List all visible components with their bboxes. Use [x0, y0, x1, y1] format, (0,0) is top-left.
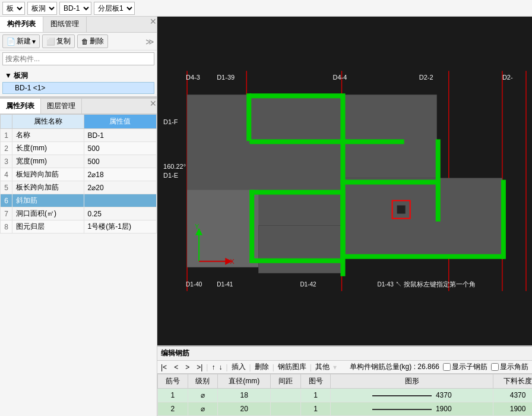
new-dropdown-icon[interactable]: ▾ — [32, 37, 36, 46]
left-top: 构件列表 图纸管理 ✕ 📄 新建 ▾ ⬜ 复制 🗑 删除 — [0, 17, 157, 96]
move-up[interactable]: ↑ — [211, 363, 215, 371]
svg-rect-11 — [258, 226, 341, 273]
rebar-table: 筋号 级别 直径(mm) 间距 图号 图形 下料长度 根数 1 ⌀ 18 1 — [157, 374, 532, 416]
rebar-row[interactable]: 2 ⌀ 20 1 1900 1900 2 — [158, 402, 533, 416]
move-down[interactable]: ↓ — [218, 363, 222, 371]
attr-row[interactable]: 6 斜加筋 — [1, 194, 157, 207]
insert-btn[interactable]: 插入 — [232, 362, 246, 372]
svg-text:D1-E: D1-E — [163, 172, 178, 179]
delete-btn[interactable]: 删除 — [255, 362, 269, 372]
attr-row-num: 7 — [1, 207, 12, 220]
rebar-spacing — [271, 402, 301, 416]
show-sub-rebar-checkbox[interactable] — [443, 363, 451, 371]
attr-panel: 属性列表 图层管理 ✕ 属性名称 属性值 1 名称 BD-1 2 长度( — [0, 99, 157, 416]
attr-row[interactable]: 3 宽度(mm) 500 — [1, 155, 157, 168]
delete-button[interactable]: 🗑 删除 — [77, 34, 108, 48]
tree-group-板洞: ▼ 板洞 BD-1 <1> — [2, 70, 154, 94]
category-select[interactable]: 板 — [2, 2, 25, 15]
attr-row-value[interactable]: 2⌀18 — [84, 168, 156, 181]
attr-row-name: 图元归层 — [12, 220, 84, 234]
tab-drawing-manage[interactable]: 图纸管理 — [43, 17, 87, 32]
copy-button[interactable]: ⬜ 复制 — [42, 34, 75, 48]
rebar-level: ⌀ — [188, 402, 218, 416]
svg-rect-19 — [436, 179, 441, 221]
nav-first[interactable]: |< — [161, 363, 167, 371]
attr-panel-close[interactable]: ✕ — [150, 99, 157, 114]
rebar-fignum: 1 — [300, 402, 331, 416]
tree-group-label[interactable]: ▼ 板洞 — [2, 70, 154, 82]
rebar-row[interactable]: 1 ⌀ 18 1 4370 4370 2 — [158, 389, 533, 402]
svg-rect-14 — [249, 139, 404, 144]
right-panel: Y X D4-3 D1-39 D4-4 D2-2 D2- D1-F — [157, 17, 532, 416]
attr-row-value[interactable]: BD-1 — [84, 129, 156, 142]
attr-row-name: 名称 — [12, 129, 84, 142]
rebar-lib-btn[interactable]: 钢筋图库 — [278, 362, 306, 372]
attr-row-value[interactable] — [84, 194, 156, 207]
attr-row-value[interactable]: 0.25 — [84, 207, 156, 220]
svg-text:↖ 按鼠标左键指定第一个角: ↖ 按鼠标左键指定第一个角 — [395, 281, 476, 288]
svg-text:Y: Y — [195, 223, 200, 230]
attr-col-num — [1, 115, 12, 129]
left-panel: 构件列表 图纸管理 ✕ 📄 新建 ▾ ⬜ 复制 🗑 删除 — [0, 17, 157, 416]
tree-item-bd1[interactable]: BD-1 <1> — [2, 82, 154, 94]
attr-row[interactable]: 8 图元归层 1号楼(第-1层) — [1, 220, 157, 234]
rebar-shape: 1900 — [331, 402, 493, 416]
attr-row[interactable]: 1 名称 BD-1 — [1, 129, 157, 142]
attr-row[interactable]: 4 板短跨向加筋 2⌀18 — [1, 168, 157, 181]
total-weight: 单构件钢筋总量(kg) : 26.866 — [350, 362, 439, 372]
attr-row-name: 宽度(mm) — [12, 155, 84, 168]
attr-row-value[interactable]: 500 — [84, 155, 156, 168]
top-bar: 板 板洞 BD-1 分层板1 — [0, 0, 532, 17]
attr-row-num: 4 — [1, 168, 12, 181]
attr-row[interactable]: 5 板长跨向加筋 2⌀20 — [1, 181, 157, 194]
attr-row[interactable]: 2 长度(mm) 500 — [1, 142, 157, 155]
col-length: 下料长度 — [493, 374, 532, 389]
copy-icon: ⬜ — [46, 37, 55, 46]
tab-component-list[interactable]: 构件列表 — [0, 17, 43, 32]
nav-prev[interactable]: < — [174, 363, 178, 371]
col-level: 级别 — [188, 374, 218, 389]
svg-rect-23 — [249, 190, 254, 261]
rebar-fignum: 1 — [300, 389, 331, 402]
svg-rect-22 — [249, 190, 344, 195]
element-type-select[interactable]: 板洞 — [27, 2, 57, 15]
svg-rect-13 — [246, 93, 251, 141]
attr-row-value[interactable]: 2⌀20 — [84, 181, 156, 194]
canvas-area[interactable]: Y X D4-3 D1-39 D4-4 D2-2 D2- D1-F — [157, 17, 532, 345]
tab-attr-list[interactable]: 属性列表 — [0, 99, 41, 114]
nav-next[interactable]: > — [185, 363, 189, 371]
expand-icon[interactable]: ≫ — [145, 37, 154, 46]
tree-area: ▼ 板洞 BD-1 <1> — [0, 67, 157, 96]
attr-tab-bar: 属性列表 图层管理 ✕ — [0, 99, 157, 114]
attr-row-value[interactable]: 1号楼(第-1层) — [84, 220, 156, 234]
attr-row-num: 6 — [1, 194, 12, 207]
attr-row[interactable]: 7 洞口面积(㎡) 0.25 — [1, 207, 157, 220]
show-corner-rebar-checkbox[interactable] — [491, 363, 499, 371]
rebar-length: 4370 — [493, 389, 532, 402]
nav-last[interactable]: >| — [197, 363, 202, 371]
svg-text:D1-41: D1-41 — [217, 281, 233, 288]
edit-rebar-title: 编辑钢筋 — [161, 348, 189, 358]
layer-select[interactable]: 分层板1 — [94, 2, 135, 15]
new-icon: 📄 — [7, 37, 15, 46]
element-id-select[interactable]: BD-1 — [59, 2, 91, 15]
rebar-table-wrap: 筋号 级别 直径(mm) 间距 图号 图形 下料长度 根数 1 ⌀ 18 1 — [157, 374, 532, 416]
col-spacing: 间距 — [271, 374, 301, 389]
attr-row-name: 长度(mm) — [12, 142, 84, 155]
tab-layer-manage[interactable]: 图层管理 — [41, 99, 82, 114]
other-btn[interactable]: 其他 — [315, 362, 330, 372]
attr-col-name: 属性名称 — [12, 115, 84, 129]
attr-row-value[interactable]: 500 — [84, 142, 156, 155]
delete-icon: 🗑 — [81, 37, 88, 46]
attr-row-num: 2 — [1, 142, 12, 155]
left-panel-close[interactable]: ✕ — [150, 17, 157, 32]
svg-rect-18 — [340, 179, 438, 184]
svg-rect-12 — [249, 93, 341, 98]
new-button[interactable]: 📄 新建 ▾ — [2, 34, 40, 48]
svg-rect-27 — [397, 206, 406, 214]
search-input[interactable] — [2, 52, 154, 65]
svg-rect-20 — [340, 254, 504, 259]
svg-rect-24 — [249, 259, 344, 263]
rebar-shape: 4370 — [331, 389, 493, 402]
attr-row-name: 板短跨向加筋 — [12, 168, 84, 181]
